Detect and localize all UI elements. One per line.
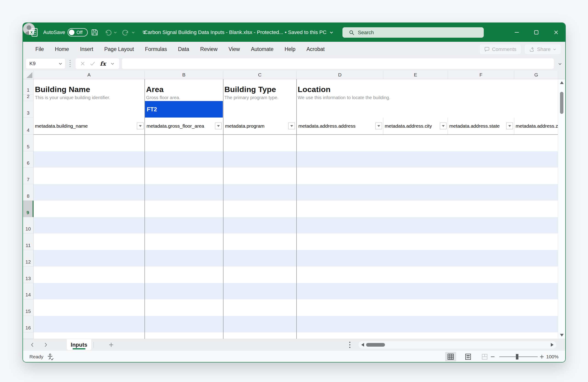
column-header-a[interactable]: A [34, 70, 145, 79]
undo-dropdown-icon[interactable] [113, 23, 117, 42]
row-header-15[interactable]: 15 [23, 299, 34, 316]
column-header-g[interactable]: G [514, 70, 558, 79]
menu-insert[interactable]: Insert [74, 46, 99, 52]
vertical-scrollbar[interactable] [558, 70, 565, 339]
field-cell-program[interactable]: metadata.program [224, 118, 296, 134]
field-dropdown-button[interactable] [288, 122, 295, 129]
scroll-left-icon[interactable] [361, 343, 364, 347]
row-header-16[interactable]: 16 [23, 316, 34, 332]
formula-bar-expand-icon[interactable] [558, 62, 562, 66]
row-header-5[interactable]: 5 [23, 135, 34, 151]
column-header-c[interactable]: C [223, 70, 296, 79]
menu-help[interactable]: Help [279, 46, 301, 52]
menu-acrobat[interactable]: Acrobat [301, 46, 330, 52]
save-icon[interactable] [91, 23, 98, 42]
row-header-6[interactable]: 6 [23, 151, 34, 168]
page-layout-view-button[interactable] [462, 351, 474, 362]
field-dropdown-button[interactable] [215, 122, 222, 129]
comments-button[interactable]: Comments [479, 44, 521, 54]
menu-file[interactable]: File [30, 46, 49, 52]
zoom-slider-handle[interactable] [516, 354, 518, 360]
zoom-out-icon[interactable] [490, 351, 495, 362]
row-header-2[interactable]: 2 [23, 95, 34, 101]
scroll-right-icon[interactable] [551, 343, 554, 347]
zoom-slider-track[interactable] [499, 357, 538, 357]
field-dropdown-button[interactable] [506, 122, 513, 129]
scroll-down-icon[interactable] [558, 334, 565, 337]
column-header-d[interactable]: D [296, 70, 383, 79]
menu-page-layout[interactable]: Page Layout [99, 46, 139, 52]
field-cell-address[interactable]: metadata.address.address [297, 118, 383, 134]
fx-dropdown-icon[interactable] [110, 61, 115, 66]
cancel-icon[interactable] [80, 61, 85, 66]
page-break-view-button[interactable] [479, 351, 490, 362]
row-header-12[interactable]: 12 [23, 250, 34, 266]
horizontal-scrollbar[interactable] [358, 341, 556, 348]
autosave-toggle[interactable]: Off [67, 28, 88, 37]
sheet-prev-icon[interactable] [30, 339, 34, 351]
formula-input[interactable] [122, 58, 554, 69]
sheet-next-icon[interactable] [44, 339, 48, 351]
accessibility-checker-icon[interactable] [47, 351, 54, 362]
row-header-8[interactable]: 8 [23, 184, 34, 201]
maximize-button[interactable] [530, 23, 543, 42]
row-header-14[interactable]: 14 [23, 283, 34, 299]
horizontal-scroll-thumb[interactable] [366, 343, 385, 347]
excel-app-icon[interactable]: X [28, 23, 38, 42]
menu-formulas[interactable]: Formulas [139, 46, 172, 52]
search-input[interactable]: Search [342, 27, 484, 38]
sheet-options-kebab-icon[interactable] [349, 339, 351, 351]
title-dropdown-icon[interactable] [329, 30, 334, 34]
field-dropdown-button[interactable] [137, 122, 144, 129]
field-cell-building-name[interactable]: metadata.building_name [34, 118, 145, 134]
column-header-e[interactable]: E [383, 70, 448, 79]
enter-icon[interactable] [90, 61, 95, 66]
section-title-area[interactable]: Area [146, 80, 164, 94]
row-header-13[interactable]: 13 [23, 266, 34, 283]
row-header-10[interactable]: 10 [23, 217, 34, 233]
zoom-level[interactable]: 100% [546, 351, 559, 362]
insert-function-button[interactable]: fx [100, 60, 106, 67]
row-header-7[interactable]: 7 [23, 168, 34, 184]
add-sheet-icon[interactable] [108, 339, 114, 351]
vertical-scroll-thumb[interactable] [560, 92, 564, 114]
menu-automate[interactable]: Automate [245, 46, 279, 52]
field-dropdown-button[interactable] [375, 122, 382, 129]
menu-data[interactable]: Data [172, 46, 195, 52]
close-button[interactable] [549, 23, 563, 42]
row-stripe [34, 151, 558, 168]
share-button[interactable]: Share [524, 44, 561, 54]
column-header-b[interactable]: B [145, 70, 223, 79]
menu-review[interactable]: Review [195, 46, 223, 52]
row-header-3[interactable]: 3 [23, 101, 34, 118]
menu-view[interactable]: View [223, 46, 245, 52]
formula-bar-dots-icon[interactable] [70, 60, 70, 67]
row-header-11[interactable]: 11 [23, 233, 34, 250]
section-title-building-name[interactable]: Building Name [35, 80, 90, 94]
select-all-button[interactable] [23, 70, 34, 79]
undo-icon[interactable] [104, 23, 112, 42]
redo-icon[interactable] [122, 23, 129, 42]
section-title-location[interactable]: Location [298, 80, 331, 94]
name-box[interactable]: K9 [26, 58, 65, 69]
redo-dropdown-icon[interactable] [131, 23, 135, 42]
row-header-1[interactable]: 1 [23, 79, 34, 95]
field-dropdown-button[interactable] [440, 122, 446, 129]
menu-home[interactable]: Home [49, 46, 74, 52]
search-icon [349, 30, 355, 36]
field-cell-city[interactable]: metadata.address.city [383, 118, 448, 134]
sheet-tab-inputs[interactable]: Inputs [67, 339, 91, 351]
cell-b3-area-unit[interactable]: FT2 [145, 101, 223, 118]
row-header-9-selected[interactable]: 9 [23, 201, 34, 217]
scroll-up-icon[interactable] [558, 81, 565, 84]
normal-view-button[interactable] [445, 352, 456, 361]
zoom-in-icon[interactable] [539, 351, 544, 362]
row-header-4[interactable]: 4 [23, 118, 34, 135]
column-header-f[interactable]: F [448, 70, 514, 79]
section-title-building-type[interactable]: Building Type [224, 80, 276, 94]
field-cell-gross-floor-area[interactable]: metadata.gross_floor_area [145, 118, 223, 134]
field-cell-state[interactable]: metadata.address.state [448, 118, 514, 134]
row-header-partial[interactable] [23, 332, 34, 339]
minimize-button[interactable] [510, 23, 524, 42]
field-cell-zip[interactable]: metadata.address.zip [514, 118, 558, 134]
